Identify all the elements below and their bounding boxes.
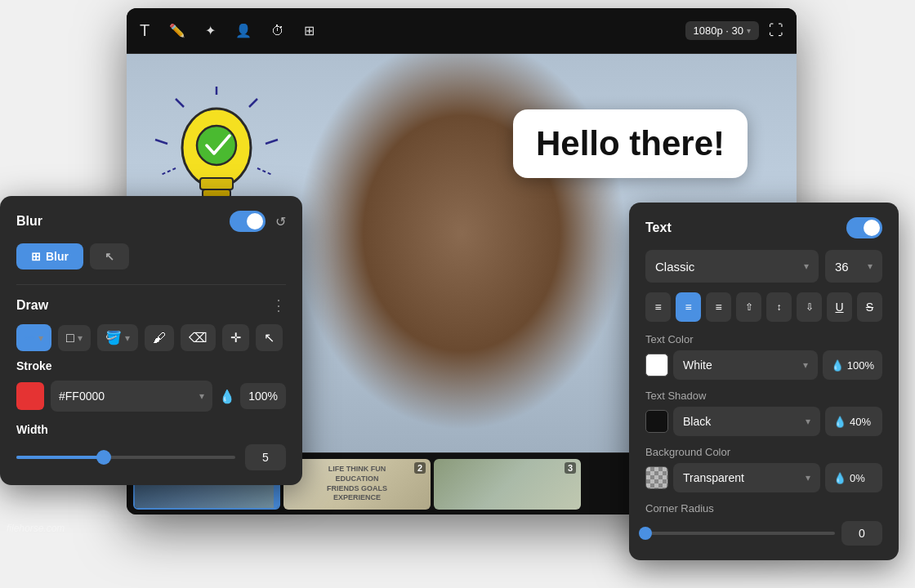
text-color-dropdown[interactable]: White ▾: [673, 350, 818, 380]
draw-options-menu[interactable]: ⋮: [271, 296, 286, 314]
strikethrough-button[interactable]: S: [857, 292, 882, 322]
fullscreen-button[interactable]: ⛶: [769, 22, 783, 39]
blur-tool-buttons: ⊞ Blur ↖: [16, 243, 286, 270]
align-center-button[interactable]: ≡: [676, 292, 701, 322]
width-section: Width 5: [16, 423, 286, 470]
slider-track: [16, 456, 235, 459]
bg-color-control: Transparent ▾ 💧 0%: [645, 463, 882, 492]
bg-color-opacity: 💧 0%: [825, 463, 882, 492]
align-left-button[interactable]: ≡: [645, 292, 671, 322]
move-draw-button[interactable]: ✛: [222, 324, 249, 351]
pen-icon: ✏: [25, 330, 35, 345]
filmstrip-clip-3[interactable]: 3: [434, 459, 581, 510]
svg-point-10: [197, 126, 236, 165]
text-shadow-row: Text Shadow Black ▾ 💧 40%: [645, 390, 882, 436]
cursor-draw-button[interactable]: ↖: [256, 324, 283, 351]
align-bottom-button[interactable]: ⇩: [797, 292, 822, 322]
editor-toolbar: T ✏️ ✦ 👤 ⏱ ⊞ 1080p · 30 ▾ ⛶: [127, 8, 797, 54]
stroke-label: Stroke: [16, 359, 286, 372]
text-opacity-icon: 💧: [831, 359, 844, 372]
text-bubble-content: Hello there!: [536, 124, 725, 163]
font-selector[interactable]: Classic ▾: [645, 250, 819, 283]
underline-button[interactable]: U: [827, 292, 852, 322]
width-value: 5: [245, 444, 286, 470]
size-selector[interactable]: 36 ▾: [825, 250, 882, 283]
draw-section-header: Draw ⋮: [16, 296, 286, 314]
svg-line-3: [176, 99, 184, 107]
text-tool-icon[interactable]: T: [140, 21, 150, 40]
width-label: Width: [16, 423, 286, 436]
text-shadow-chevron: ▾: [806, 416, 810, 427]
stroke-section: Stroke #FF0000 ▾ 💧 100%: [16, 359, 286, 412]
text-panel: Text Classic ▾ 36 ▾ ≡ ≡ ≡ ⇧ ↕ ⇩ U S Text…: [629, 203, 899, 560]
blur-title: Blur: [16, 214, 42, 229]
text-shadow-control: Black ▾ 💧 40%: [645, 407, 882, 436]
text-shadow-label: Text Shadow: [645, 390, 882, 402]
opacity-icon: 💧: [219, 389, 235, 404]
text-toggle[interactable]: [846, 217, 882, 238]
pen-draw-button[interactable]: ✏ ▾: [16, 324, 51, 351]
align-right-button[interactable]: ≡: [706, 292, 731, 322]
svg-line-5: [257, 168, 272, 175]
stroke-color-picker[interactable]: [16, 382, 44, 410]
align-top-button[interactable]: ⇧: [736, 292, 761, 322]
blur-panel-header: Blur ↺: [16, 211, 286, 232]
slider-fill: [16, 456, 104, 459]
resolution-badge[interactable]: 1080p · 30 ▾: [685, 21, 759, 40]
text-shadow-name: Black: [683, 415, 711, 428]
reset-icon[interactable]: ↺: [275, 214, 286, 229]
draw-tools: ✏ ▾ □ ▾ 🪣 ▾ 🖌 ⌫ ✛ ↖: [16, 324, 286, 351]
text-color-name: White: [683, 359, 712, 372]
paint-draw-button[interactable]: 🖌: [145, 325, 174, 351]
svg-line-2: [266, 140, 278, 144]
watermark: filehorse.com: [7, 523, 65, 534]
width-slider[interactable]: [16, 449, 235, 466]
person-tool-icon[interactable]: 👤: [235, 23, 252, 38]
font-name: Classic: [655, 260, 694, 274]
bg-color-label: Background Color: [645, 446, 882, 458]
magic-tool-icon[interactable]: ✦: [205, 23, 216, 38]
filmstrip-clip-2[interactable]: LIFE THINK FUNEDUCATIONFRIENDS GOALSEXPE…: [283, 459, 431, 510]
text-bubble[interactable]: Hello there!: [513, 109, 748, 178]
cursor-button[interactable]: ↖: [90, 243, 129, 270]
bg-color-dropdown[interactable]: Transparent ▾: [673, 463, 820, 492]
stroke-row: #FF0000 ▾ 💧 100%: [16, 381, 286, 412]
blur-draw-panel: Blur ↺ ⊞ Blur ↖ Draw ⋮ ✏ ▾ □ ▾ 🪣 ▾: [0, 196, 302, 485]
fill-draw-button[interactable]: 🪣 ▾: [97, 324, 138, 351]
align-middle-button[interactable]: ↕: [766, 292, 792, 322]
move-icon: ✛: [230, 330, 241, 345]
slider-thumb[interactable]: [96, 450, 111, 465]
grid-tool-icon[interactable]: ⊞: [304, 23, 315, 38]
draw-title: Draw: [16, 298, 48, 313]
svg-line-6: [161, 168, 176, 175]
clock-tool-icon[interactable]: ⏱: [271, 24, 284, 38]
stroke-hex-value: #FF0000: [59, 390, 199, 403]
bg-color-chevron: ▾: [806, 472, 810, 483]
toolbar-right: 1080p · 30 ▾ ⛶: [685, 21, 783, 40]
pen-dropdown-arrow: ▾: [38, 332, 43, 344]
bg-color-opacity-value: 0%: [850, 472, 865, 484]
blur-button[interactable]: ⊞ Blur: [16, 243, 83, 270]
stroke-dropdown-chevron[interactable]: ▾: [199, 390, 204, 402]
text-color-chevron: ▾: [803, 359, 808, 371]
paint-icon: 🖌: [153, 331, 166, 345]
shape-icon: □: [66, 331, 74, 345]
corner-thumb[interactable]: [639, 527, 652, 540]
blur-grid-icon: ⊞: [31, 250, 41, 263]
text-shadow-dropdown[interactable]: Black ▾: [673, 407, 820, 436]
text-color-opacity-value: 100%: [847, 359, 874, 372]
text-color-opacity: 💧 100%: [823, 350, 882, 380]
fill-icon: 🪣: [105, 330, 122, 345]
eraser-icon: ⌫: [189, 330, 208, 345]
text-color-row: Text Color White ▾ 💧 100%: [645, 333, 882, 380]
corner-radius-slider[interactable]: [645, 525, 835, 541]
stroke-opacity-row: 💧 100%: [219, 383, 286, 409]
blur-toggle[interactable]: [230, 211, 266, 232]
bg-color-swatch: [645, 466, 668, 489]
font-size: 36: [835, 260, 849, 274]
svg-rect-8: [200, 178, 233, 189]
font-row: Classic ▾ 36 ▾: [645, 250, 882, 283]
shape-draw-button[interactable]: □ ▾: [58, 325, 91, 351]
pen-tool-icon[interactable]: ✏️: [169, 23, 185, 38]
eraser-draw-button[interactable]: ⌫: [181, 324, 216, 351]
